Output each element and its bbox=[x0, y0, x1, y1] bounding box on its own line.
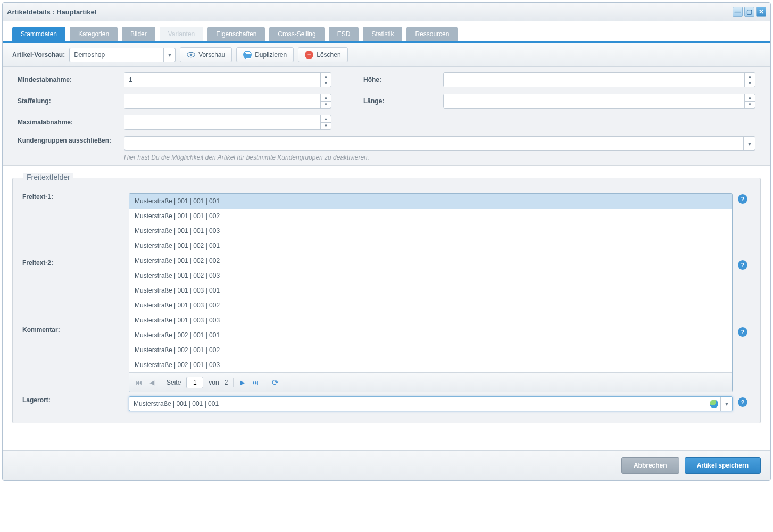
preview-label: Artikel-Vorschau: bbox=[12, 51, 65, 59]
last-page-icon[interactable]: ⏭ bbox=[251, 379, 260, 386]
dropdown-option[interactable]: Musterstraße | 002 | 001 | 001 bbox=[129, 328, 732, 343]
dropdown-option[interactable]: Musterstraße | 001 | 002 | 003 bbox=[129, 268, 732, 283]
tab-stammdaten[interactable]: Stammdaten bbox=[12, 27, 65, 41]
tab-ressourcen[interactable]: Ressourcen bbox=[406, 27, 458, 41]
lagerort-combo[interactable]: ▾ bbox=[129, 396, 733, 411]
duplicate-button-label: Duplizieren bbox=[255, 51, 287, 59]
step-spinner[interactable]: ▲▼ bbox=[124, 94, 331, 109]
dropdown-option[interactable]: Musterstraße | 001 | 003 | 002 bbox=[129, 298, 732, 313]
dropdown-option[interactable]: Musterstraße | 001 | 002 | 001 bbox=[129, 238, 732, 253]
lagerort-dropdown[interactable]: Musterstraße | 001 | 001 | 001Musterstra… bbox=[129, 193, 733, 392]
min-label: Mindestabnahme: bbox=[18, 76, 124, 84]
titlebar: Artikeldetails : Hauptartikel — ▢ ✕ bbox=[3, 3, 770, 21]
duplicate-icon bbox=[243, 51, 252, 59]
chevron-down-icon[interactable]: ▾ bbox=[720, 397, 732, 411]
eye-icon bbox=[187, 51, 195, 59]
duplicate-button[interactable]: Duplizieren bbox=[236, 47, 294, 62]
exclude-combo[interactable]: ▾ bbox=[124, 136, 755, 151]
length-spinner[interactable]: ▲▼ bbox=[443, 94, 755, 109]
help-icon[interactable]: ? bbox=[738, 260, 747, 270]
spin-down-icon[interactable]: ▼ bbox=[321, 80, 331, 87]
shop-combo-input[interactable] bbox=[70, 48, 163, 62]
tab-bilder[interactable]: Bilder bbox=[122, 27, 155, 41]
dropdown-option[interactable]: Musterstraße | 001 | 003 | 001 bbox=[129, 283, 732, 298]
cancel-button[interactable]: Abbrechen bbox=[621, 457, 679, 474]
dropdown-option[interactable]: Musterstraße | 002 | 001 | 002 bbox=[129, 343, 732, 358]
toolbar: Artikel-Vorschau: ▾ Vorschau Duplizieren… bbox=[3, 43, 770, 67]
chevron-down-icon[interactable]: ▾ bbox=[743, 137, 755, 150]
spin-up-icon[interactable]: ▲ bbox=[321, 115, 331, 122]
page-input[interactable] bbox=[186, 377, 203, 388]
of-word: von bbox=[209, 379, 219, 386]
preview-button-label: Vorschau bbox=[198, 51, 225, 59]
dropdown-option[interactable]: Musterstraße | 001 | 001 | 003 bbox=[129, 223, 732, 238]
length-label: Länge: bbox=[363, 97, 443, 105]
max-input[interactable] bbox=[124, 115, 320, 129]
spin-up-icon[interactable]: ▲ bbox=[321, 73, 331, 80]
lagerort-label: Lagerort: bbox=[22, 396, 129, 404]
height-input[interactable] bbox=[444, 73, 744, 87]
exclude-input[interactable] bbox=[124, 137, 743, 150]
tab-esd[interactable]: ESD bbox=[329, 27, 359, 41]
pager: ⏮ ◀ Seite von 2 ▶ ⏭ ⟳ bbox=[129, 372, 732, 392]
freitext-fieldset: Freitextfelder Freitext-1: Musterstraße … bbox=[12, 178, 761, 423]
refresh-icon[interactable]: ⟳ bbox=[271, 378, 280, 387]
min-input[interactable] bbox=[124, 73, 320, 87]
dropdown-option[interactable]: Musterstraße | 001 | 001 | 002 bbox=[129, 209, 732, 223]
exclude-hint: Hier hast Du die Möglichkeit den Artikel… bbox=[124, 154, 755, 161]
close-button[interactable]: ✕ bbox=[756, 7, 766, 17]
dropdown-option[interactable]: Musterstraße | 001 | 001 | 001 bbox=[129, 194, 732, 209]
spin-up-icon[interactable]: ▲ bbox=[745, 94, 755, 101]
freitext1-label: Freitext-1: bbox=[22, 193, 129, 201]
spin-up-icon[interactable]: ▲ bbox=[745, 73, 755, 80]
delete-button-label: Löschen bbox=[317, 51, 340, 59]
delete-button[interactable]: − Löschen bbox=[298, 47, 347, 62]
help-icon[interactable]: ? bbox=[738, 327, 747, 337]
shop-combo[interactable]: ▾ bbox=[69, 48, 176, 62]
spin-down-icon[interactable]: ▼ bbox=[745, 80, 755, 87]
window-title: Artikeldetails : Hauptartikel bbox=[7, 8, 96, 16]
next-page-icon[interactable]: ▶ bbox=[239, 379, 246, 386]
lagerort-input[interactable] bbox=[129, 400, 710, 408]
page-total: 2 bbox=[225, 379, 228, 386]
maximize-button[interactable]: ▢ bbox=[744, 7, 754, 17]
step-label: Staffelung: bbox=[18, 97, 124, 105]
spin-down-icon[interactable]: ▼ bbox=[321, 101, 331, 109]
delete-icon: − bbox=[305, 51, 313, 59]
tab-kategorien[interactable]: Kategorien bbox=[70, 27, 118, 41]
save-button[interactable]: Artikel speichern bbox=[685, 457, 761, 474]
tab-eigenschaften[interactable]: Eigenschaften bbox=[207, 27, 265, 41]
first-page-icon[interactable]: ⏮ bbox=[135, 379, 143, 386]
dropdown-option[interactable]: Musterstraße | 001 | 002 | 002 bbox=[129, 253, 732, 268]
length-input[interactable] bbox=[444, 94, 744, 108]
globe-icon bbox=[710, 400, 718, 408]
max-spinner[interactable]: ▲▼ bbox=[124, 115, 331, 130]
spin-down-icon[interactable]: ▼ bbox=[321, 122, 331, 130]
preview-button[interactable]: Vorschau bbox=[180, 47, 232, 62]
svg-point-1 bbox=[190, 54, 193, 56]
spin-down-icon[interactable]: ▼ bbox=[745, 101, 755, 109]
dropdown-option[interactable]: Musterstraße | 001 | 003 | 003 bbox=[129, 313, 732, 328]
footer: Abbrechen Artikel speichern bbox=[3, 450, 770, 480]
spin-up-icon[interactable]: ▲ bbox=[321, 94, 331, 101]
page-word: Seite bbox=[167, 379, 181, 386]
tab-statistik[interactable]: Statistik bbox=[363, 27, 402, 41]
window-controls: — ▢ ✕ bbox=[733, 7, 766, 17]
chevron-down-icon[interactable]: ▾ bbox=[163, 48, 175, 62]
min-spinner[interactable]: ▲▼ bbox=[124, 72, 331, 87]
tab-bar: StammdatenKategorienBilderVariantenEigen… bbox=[3, 21, 770, 43]
tab-varianten: Varianten bbox=[160, 27, 203, 41]
exclude-label: Kundengruppen ausschließen: bbox=[18, 136, 124, 145]
step-input[interactable] bbox=[124, 94, 320, 108]
fieldset-legend: Freitextfelder bbox=[23, 173, 73, 181]
window: Artikeldetails : Hauptartikel — ▢ ✕ Stam… bbox=[2, 2, 771, 481]
dropdown-option[interactable]: Musterstraße | 002 | 001 | 003 bbox=[129, 358, 732, 372]
height-label: Höhe: bbox=[363, 76, 443, 84]
help-icon[interactable]: ? bbox=[738, 194, 747, 204]
height-spinner[interactable]: ▲▼ bbox=[443, 72, 755, 87]
help-icon[interactable]: ? bbox=[738, 397, 747, 407]
form-area: Mindestabnahme: ▲▼ Höhe: ▲▼ Staffelung: … bbox=[3, 67, 770, 166]
minimize-button[interactable]: — bbox=[733, 7, 743, 17]
tab-cross-selling[interactable]: Cross-Selling bbox=[269, 27, 324, 41]
prev-page-icon[interactable]: ◀ bbox=[148, 379, 155, 386]
